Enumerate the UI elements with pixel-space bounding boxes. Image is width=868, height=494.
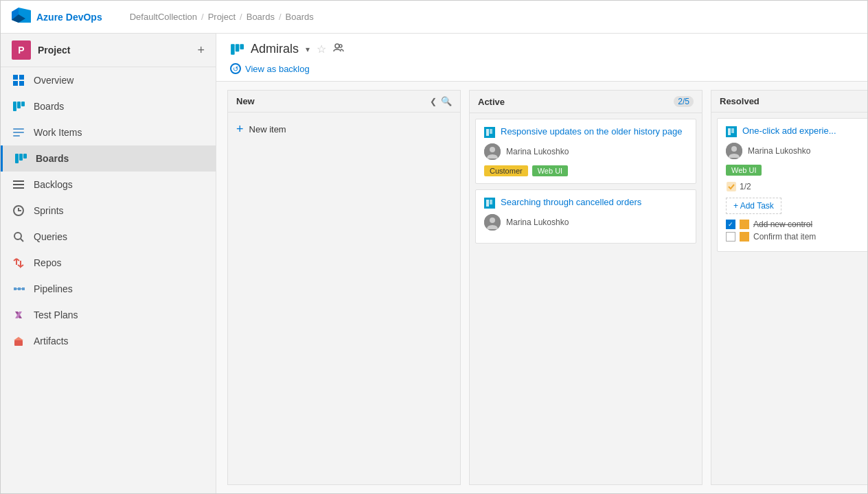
svg-rect-41 [728, 128, 731, 135]
svg-rect-37 [486, 200, 489, 207]
board-header: Admirals ▾ ☆ ↺ View as backlog [216, 34, 867, 82]
breadcrumb-item-1[interactable]: Project [208, 12, 236, 22]
column-title-new: New [236, 96, 426, 106]
task-checkbox-0[interactable] [726, 220, 735, 229]
svg-rect-11 [13, 132, 24, 133]
svg-rect-28 [231, 44, 235, 55]
sidebar-item-queries[interactable]: Queries [1, 224, 216, 250]
svg-rect-27 [14, 340, 23, 346]
add-project-button[interactable]: + [197, 43, 205, 58]
task-checkbox-1[interactable] [726, 232, 735, 242]
breadcrumb-item-0[interactable]: DefaultCollection [130, 12, 197, 22]
column-collapse-new[interactable]: ❮ [430, 97, 437, 106]
sidebar-item-artifacts[interactable]: Artifacts [1, 328, 216, 354]
board-title-icon [230, 43, 244, 56]
sidebar-project: P Project + [1, 34, 216, 67]
column-body-resolved: One-click add experie... Marina Lukoshko… [711, 113, 867, 484]
card-type-icon-1 [484, 127, 495, 138]
svg-rect-18 [13, 187, 24, 189]
sidebar-item-label-backlogs: Backlogs [34, 179, 73, 190]
sidebar-item-boards[interactable]: Boards [1, 145, 216, 172]
sidebar-item-label-workitems: Work Items [34, 127, 82, 138]
new-item-button[interactable]: + New item [233, 118, 455, 141]
svg-rect-15 [23, 154, 27, 158]
breadcrumb: DefaultCollection / Project / Boards / B… [130, 12, 314, 22]
view-as-backlog-button[interactable]: ↺ View as backlog [230, 63, 310, 74]
sidebar-item-backlogs[interactable]: Backlogs [1, 172, 216, 198]
sidebar-item-testplans[interactable]: Test Plans [1, 302, 216, 328]
svg-point-44 [731, 146, 737, 152]
card-type-icon-3 [726, 126, 737, 137]
column-title-resolved: Resolved [720, 96, 867, 106]
task-icon-0 [740, 220, 749, 229]
task-title-1: Confirm that item [753, 232, 816, 242]
content-area: Admirals ▾ ☆ ↺ View as backlog [216, 34, 867, 493]
kanban-card-1[interactable]: Responsive updates on the older history … [475, 119, 696, 184]
kanban-card-3[interactable]: One-click add experie... Marina Lukoshko… [717, 118, 867, 252]
svg-line-21 [21, 239, 23, 242]
svg-rect-24 [22, 287, 25, 290]
card-tag-webui-1: Web UI [532, 165, 568, 176]
team-button[interactable] [333, 43, 344, 56]
app-logo[interactable]: Azure DevOps [12, 8, 102, 27]
sidebar: P Project + Overview Boards [1, 34, 216, 493]
sidebar-item-label-repos: Repos [34, 257, 61, 268]
card-title-1: Responsive updates on the older history … [501, 126, 683, 138]
svg-rect-42 [731, 128, 734, 133]
task-item-1: Confirm that item [726, 232, 867, 242]
pipelines-icon [12, 282, 25, 296]
app-title: Azure DevOps [36, 12, 102, 23]
kanban-card-2[interactable]: Searching through cancelled orders Marin… [475, 189, 696, 244]
svg-point-31 [335, 44, 339, 48]
sidebar-item-repos[interactable]: Repos [1, 250, 216, 276]
workitems-icon [12, 126, 25, 139]
svg-rect-6 [19, 81, 24, 86]
azure-devops-logo [12, 8, 31, 27]
sidebar-item-pipelines[interactable]: Pipelines [1, 276, 216, 302]
kanban-board: New ❮ 🔍 + New item Active [216, 82, 867, 493]
svg-rect-3 [13, 75, 18, 80]
add-task-button[interactable]: + Add Task [726, 198, 781, 214]
svg-rect-16 [13, 180, 24, 182]
sidebar-item-label-artifacts: Artifacts [34, 336, 69, 346]
board-title-dropdown[interactable]: ▾ [306, 45, 310, 54]
svg-rect-13 [15, 154, 19, 163]
svg-rect-4 [19, 75, 24, 80]
svg-rect-34 [490, 129, 492, 134]
view-backlog-icon: ↺ [230, 63, 241, 74]
top-bar: Azure DevOps DefaultCollection / Project… [1, 1, 867, 34]
task-icon-1 [740, 232, 749, 242]
card-avatar-2 [484, 214, 501, 231]
kanban-column-active: Active 2/5 Responsive updates on the old… [469, 90, 703, 485]
svg-point-20 [14, 233, 21, 239]
sidebar-item-workitems[interactable]: Work Items [1, 119, 216, 145]
card-title-2: Searching through cancelled orders [501, 197, 641, 209]
task-count-icon [726, 181, 737, 192]
sidebar-item-sprints[interactable]: Sprints [1, 198, 216, 224]
task-item-0: Add new control [726, 220, 867, 229]
svg-rect-38 [490, 200, 492, 204]
project-name: Project [38, 45, 190, 56]
sidebar-item-overview[interactable]: Overview [1, 67, 216, 93]
breadcrumb-item-2[interactable]: Boards [247, 12, 275, 22]
card-assignee-1: Marina Lukoshko [506, 147, 569, 156]
favorite-button[interactable]: ☆ [317, 43, 326, 56]
kanban-column-resolved: Resolved One-click add experie... [711, 90, 867, 485]
repos-icon [12, 256, 25, 270]
column-header-new: New ❮ 🔍 [228, 91, 460, 113]
column-search-new[interactable]: 🔍 [441, 96, 452, 106]
sidebar-item-boards-top[interactable]: Boards [1, 93, 216, 119]
board-title: Admirals [251, 42, 299, 56]
svg-rect-8 [17, 102, 21, 108]
sidebar-item-label-queries: Queries [34, 231, 67, 242]
svg-rect-12 [13, 135, 20, 137]
sidebar-item-label-sprints: Sprints [34, 205, 64, 216]
svg-point-40 [490, 217, 495, 223]
svg-rect-9 [21, 102, 25, 106]
svg-rect-45 [727, 182, 736, 191]
breadcrumb-item-3[interactable]: Boards [286, 12, 314, 22]
card-title-3: One-click add experie... [742, 126, 836, 137]
svg-rect-5 [13, 81, 18, 86]
sidebar-item-label-overview: Overview [34, 75, 73, 86]
column-header-active: Active 2/5 [470, 91, 702, 113]
